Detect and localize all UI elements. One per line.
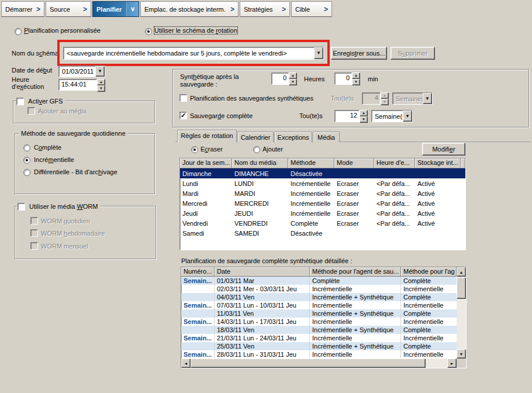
dropdown-arrow-icon[interactable]: ▼ <box>95 66 105 77</box>
wizard-tab-stockage[interactable]: Emplac. de stockage interm. > <box>140 1 239 17</box>
table-row[interactable]: 18/03/11 VenIncrémentielle + Synthétique… <box>181 326 457 334</box>
worm-daily-checkbox[interactable]: ✓ <box>30 217 38 225</box>
append-radio[interactable] <box>253 146 260 153</box>
daily-method-title: Méthode de sauvegarde quotidienne <box>19 130 127 137</box>
scroll-down-icon[interactable]: ▼ <box>457 349 466 358</box>
wizard-tab-strategies[interactable]: Stratégies > <box>240 1 290 17</box>
col-header-methode[interactable]: Méthode <box>288 158 334 168</box>
col-header-media[interactable]: Nom du média <box>232 158 288 168</box>
spin-down-icon[interactable]: ▼ <box>289 79 297 85</box>
synthetic-after-label-line1: Synthétique après la <box>180 73 239 80</box>
col-header-jour[interactable]: Jour de la sem... <box>180 158 232 168</box>
save-as-button[interactable]: Enregistrer sous... <box>331 47 387 60</box>
horizontal-scrollbar-thumb[interactable] <box>191 358 426 368</box>
synthetic-hours-spinner[interactable]: 0 ▲ ▼ <box>271 73 297 85</box>
col-header-heure[interactable]: Heure d'e... <box>374 158 415 168</box>
table-row[interactable]: 25/03/11 VenIncrémentielle + Synthétique… <box>181 342 457 350</box>
spin-down-icon[interactable]: ▼ <box>360 116 368 123</box>
synthetic-hours-value: 0 <box>271 73 289 85</box>
wizard-tab-planifier-active[interactable]: Planifier ∨ <box>92 1 139 17</box>
dropdown-arrow-icon[interactable]: ▼ <box>314 47 323 59</box>
table-row[interactable]: Semain...07/03/11 Lun - 10/03/11 JeuIncr… <box>181 301 457 309</box>
gfs-enable-checkbox[interactable]: ✓ <box>16 98 24 105</box>
wizard-tab-demarrer[interactable]: Démarrer > <box>1 1 44 17</box>
synthetic-min-spinner[interactable]: 0 ▲ ▼ <box>334 73 360 85</box>
table-row[interactable]: 11/03/11 VenIncrémentielle + Synthétique… <box>181 309 457 318</box>
tab-exceptions[interactable]: Exceptions <box>274 132 312 142</box>
scroll-left-icon[interactable]: ◄ <box>181 358 191 368</box>
method-differential-radio[interactable] <box>23 169 30 176</box>
custom-plan-label: Planification personnalisée <box>24 27 101 34</box>
schema-name-combobox[interactable]: <sauvegarde incrémentielle hebdomadaire … <box>63 47 324 60</box>
scroll-up-icon[interactable]: ▲ <box>457 267 466 277</box>
full-backup-unit-dropdown[interactable]: Semaine(s) ▼ <box>371 110 413 122</box>
chevron-right-icon: > <box>282 5 286 13</box>
tab-regles-de-rotation[interactable]: Règles de rotation <box>177 130 237 142</box>
horizontal-scrollbar[interactable]: ◄ ► <box>181 358 457 368</box>
gfs-append-checkbox[interactable]: ✓ <box>27 107 35 115</box>
dropdown-arrow-icon[interactable]: ▼ <box>403 111 412 122</box>
col-header-mode[interactable]: Mode <box>334 158 374 168</box>
vertical-scrollbar-thumb[interactable] <box>457 277 466 299</box>
col-header-stockage[interactable]: Stockage int... <box>415 158 461 168</box>
spin-up-icon[interactable]: ▲ <box>289 73 297 79</box>
table-row[interactable]: 04/03/11 VenIncrémentielle + Synthétique… <box>181 293 457 301</box>
wizard-tab-source[interactable]: Source > <box>46 1 91 17</box>
delete-button[interactable]: Supprimer <box>391 47 435 60</box>
table-row[interactable]: LundiLUNDIIncrémentielleEcraser<Par défa… <box>180 178 465 188</box>
tab-regles-label: Règles de rotation <box>181 132 233 139</box>
modify-button[interactable]: Modifier <box>422 143 465 156</box>
table-row[interactable]: MardiMARDIIncrémentielleEcraser<Par défa… <box>180 188 465 198</box>
table-row[interactable]: Semain...14/03/11 Lun - 17/03/11 JeuIncr… <box>181 318 457 326</box>
worm-monthly-checkbox[interactable]: ✓ <box>30 242 38 250</box>
table-row[interactable]: Semain...28/03/11 Lun - 31/03/11 JeuIncr… <box>181 350 457 358</box>
tab-media[interactable]: Média <box>313 132 340 142</box>
worm-enable-checkbox[interactable]: ✓ <box>18 203 25 211</box>
wizard-tab-cible[interactable]: Cible > <box>291 1 332 17</box>
col-header-agent-method[interactable]: Méthode pour l'agent de sau... <box>310 267 401 277</box>
worm-weekly-checkbox[interactable]: ✓ <box>30 229 38 237</box>
rotation-plan-radio[interactable] <box>145 28 152 35</box>
method-incremental-radio[interactable] <box>23 157 30 164</box>
full-backup-spinner[interactable]: 12 ▲ ▼ <box>334 110 368 122</box>
synthetic-after-label-line2: sauvegarde : <box>180 81 217 88</box>
table-row[interactable]: Semain...21/03/11 Lun - 24/03/11 JeuIncr… <box>181 334 457 342</box>
spin-up-icon[interactable]: ▲ <box>97 79 105 85</box>
spin-down-icon[interactable]: ▼ <box>97 85 105 92</box>
spin-up-icon[interactable]: ▲ <box>381 92 389 99</box>
table-row[interactable]: VendrediVENDREDIComplèteEcraser<Par défa… <box>180 218 465 228</box>
table-row[interactable]: JeudiJEUDIIncrémentielleEcraser<Par défa… <box>180 208 465 218</box>
table-row[interactable]: MercrediMERCREDIIncrémentielleEcraser<Pa… <box>180 198 465 208</box>
synthetic-plan-spinner[interactable]: 4 ▲ ▼ <box>362 92 389 105</box>
col-header-date[interactable]: Date <box>215 267 310 277</box>
col-header-agent2-method[interactable]: Méthode pour l'ag <box>401 267 457 277</box>
synthetic-plan-unit-dropdown[interactable]: Semaine(s) ▼ <box>392 92 433 105</box>
spin-up-icon[interactable]: ▲ <box>360 110 368 116</box>
table-row[interactable]: 02/03/11 Mer - 03/03/11 JeuIncrémentiell… <box>181 285 457 293</box>
tab-calendrier[interactable]: Calendrier <box>237 132 274 142</box>
custom-plan-radio[interactable] <box>15 28 22 35</box>
synthetic-plan-unit-value: Semaine(s) <box>393 95 423 102</box>
method-complete-radio[interactable] <box>23 144 30 151</box>
spin-down-icon[interactable]: ▼ <box>381 99 389 105</box>
start-date-combobox[interactable]: 01/03/2011 ▼ <box>58 66 105 77</box>
col-header-numero[interactable]: Numéro... <box>181 267 215 277</box>
spin-down-icon[interactable]: ▼ <box>352 79 360 85</box>
overwrite-radio[interactable] <box>191 146 198 153</box>
detail-table-caption: Planification de sauvegarde complète syn… <box>181 257 352 264</box>
full-backup-every-label: Tou(te)s <box>299 112 323 119</box>
dropdown-arrow-icon[interactable]: ▼ <box>423 93 432 104</box>
full-backup-value: 12 <box>334 110 360 122</box>
scroll-right-icon[interactable]: ► <box>447 358 457 368</box>
rotation-plan-label: Utiliser le schéma de rotation <box>154 27 237 34</box>
exec-time-spinner[interactable]: 15:44:01 ▲ ▼ <box>58 79 105 91</box>
vertical-scrollbar[interactable]: ▲ ▼ <box>457 267 466 358</box>
table-row[interactable]: Semain...01/03/11 MarComplèteComplète <box>181 277 457 285</box>
table-row[interactable]: SamediSAMEDIDésactivée <box>180 228 465 238</box>
wizard-tab-source-label: Source <box>50 6 81 13</box>
synthetic-plan-checkbox[interactable]: ✓ <box>179 94 187 102</box>
full-backup-checkbox[interactable]: ✓ <box>179 112 187 119</box>
table-row[interactable]: DimancheDIMANCHEDésactivée <box>180 168 465 178</box>
min-label: min <box>368 75 378 82</box>
spin-up-icon[interactable]: ▲ <box>352 73 360 79</box>
